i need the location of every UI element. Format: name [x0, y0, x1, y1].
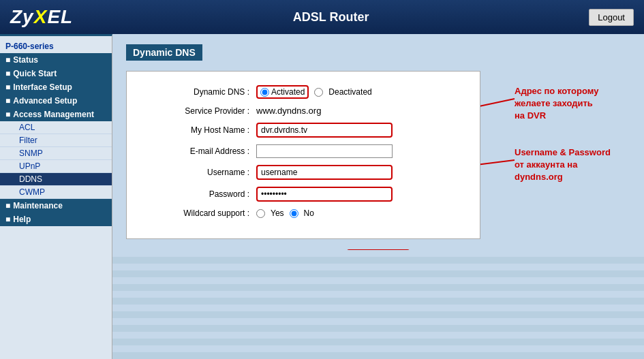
sidebar-item-ddns[interactable]: DDNS	[0, 173, 112, 186]
sidebar-item-accessmanagement[interactable]: ■ Access Management	[0, 108, 112, 121]
wildcard-no-radio[interactable]	[290, 209, 298, 218]
deactivated-label: Deactivated	[328, 87, 371, 97]
sidebar-item-acl[interactable]: ACL	[0, 121, 112, 134]
plus-icon: ■	[5, 96, 10, 106]
content-area: Dynamic DNS Dynamic DNS : Activated Deac…	[112, 34, 644, 359]
activated-label: Activated	[271, 87, 305, 97]
sidebar-item-upnp[interactable]: UPnP	[0, 160, 112, 173]
username-input[interactable]	[256, 165, 393, 180]
password-control	[256, 187, 393, 202]
email-input[interactable]	[256, 144, 393, 158]
stripe-background	[112, 250, 644, 359]
sidebar-item-maintenance[interactable]: ■ Maintenance	[0, 199, 112, 213]
sidebar-item-snmp[interactable]: SNMP	[0, 147, 112, 160]
logo-area: ZyXEL	[10, 6, 73, 28]
host-name-control	[256, 123, 393, 138]
username-control	[256, 165, 393, 180]
sidebar-item-advancedsetup[interactable]: ■ Advanced Setup	[0, 94, 112, 108]
host-name-input[interactable]	[256, 123, 393, 138]
dynamic-dns-row: Dynamic DNS : Activated Deactivated	[147, 85, 459, 99]
service-provider-label: Service Provider :	[147, 106, 256, 116]
sidebar-item-help[interactable]: ■ Help	[0, 213, 112, 226]
sidebar-item-p660[interactable]: P-660-series	[0, 40, 112, 53]
username-row: Username :	[147, 165, 459, 180]
wildcard-yes-label: Yes	[271, 208, 284, 218]
email-row: E-mail Address :	[147, 144, 459, 158]
header: ZyXEL ADSL Router Logout	[0, 0, 644, 34]
host-name-row: My Host Name :	[147, 123, 459, 138]
username-label: Username :	[147, 168, 256, 177]
email-label: E-mail Address :	[147, 146, 256, 156]
sidebar-item-filter[interactable]: Filter	[0, 134, 112, 147]
plus-icon: ■	[5, 215, 10, 224]
header-title: ADSL Router	[293, 10, 369, 25]
deactivated-radio[interactable]	[314, 88, 323, 97]
plus-icon: ■	[5, 82, 10, 92]
sidebar-item-interfacesetup[interactable]: ■ Interface Setup	[0, 80, 112, 94]
wildcard-label: Wildcard support :	[147, 208, 256, 218]
activated-radio-container: Activated	[256, 85, 309, 99]
service-provider-row: Service Provider : www.dyndns.org	[147, 106, 459, 116]
dns-radio-group: Activated Deactivated	[256, 85, 372, 99]
sidebar-item-quickstart[interactable]: ■ Quick Start	[0, 67, 112, 80]
dynamic-dns-label: Dynamic DNS :	[147, 87, 256, 97]
password-input[interactable]	[256, 187, 393, 202]
sidebar-item-cwmp[interactable]: CWMP	[0, 186, 112, 199]
wildcard-no-label: No	[304, 208, 314, 218]
sidebar: P-660-series ■ Status ■ Quick Start ■ In…	[0, 34, 112, 359]
plus-icon: ■	[5, 201, 10, 210]
wildcard-control: Yes No	[256, 208, 314, 218]
form-panel: Dynamic DNS : Activated Deactivated Serv…	[126, 71, 480, 239]
plus-icon: ■	[5, 69, 10, 78]
sidebar-item-status[interactable]: ■ Status	[0, 53, 112, 67]
main-layout: P-660-series ■ Status ■ Quick Start ■ In…	[0, 34, 644, 359]
logo: ZyXEL	[10, 6, 73, 28]
wildcard-yes-radio[interactable]	[256, 209, 265, 218]
service-provider-value: www.dyndns.org	[256, 106, 321, 116]
plus-icon: ■	[5, 55, 10, 65]
wildcard-row: Wildcard support : Yes No	[147, 208, 459, 218]
email-control	[256, 144, 393, 158]
minus-icon: ■	[5, 110, 10, 119]
section-title: Dynamic DNS	[126, 44, 202, 61]
activated-radio[interactable]	[260, 88, 269, 97]
annotation-password: Username & Passwordот аккаунта наdyndns.…	[515, 146, 637, 184]
host-name-label: My Host Name :	[147, 125, 256, 135]
password-row: Password :	[147, 187, 459, 202]
logout-button[interactable]: Logout	[589, 9, 634, 26]
password-label: Password :	[147, 189, 256, 199]
annotation-hostname: Адрес по которомужелаете заходитьна DVR	[515, 85, 637, 123]
